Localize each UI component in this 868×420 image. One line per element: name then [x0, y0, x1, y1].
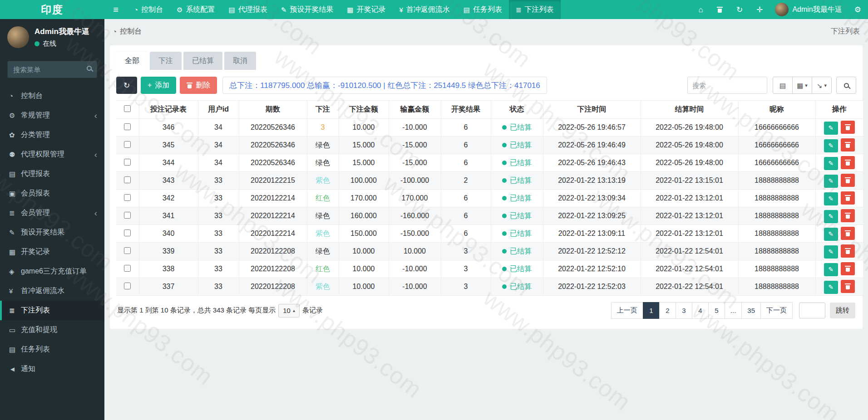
export-button[interactable]: ↘▾ — [812, 77, 832, 94]
search-button[interactable] — [836, 77, 856, 94]
sidebar-item[interactable]: ≣ 下注列表 — [0, 301, 104, 320]
row-checkbox[interactable] — [124, 123, 131, 130]
page-button[interactable]: 上一页 — [611, 302, 643, 319]
sidebar-item[interactable]: ▦ 开奖记录 — [0, 242, 104, 262]
nav-item[interactable]: ⚙ 系统配置 — [170, 0, 222, 19]
row-checkbox[interactable] — [124, 194, 131, 201]
row-checkbox[interactable] — [124, 283, 131, 289]
row-checkbox[interactable] — [124, 141, 131, 148]
sidebar-item[interactable]: ▭ 充值和提现 — [0, 320, 104, 340]
sidebar-item[interactable]: ✿ 分类管理 — [0, 125, 104, 145]
nav-item[interactable]: ▦ 开奖记录 — [340, 0, 392, 19]
tab[interactable]: 已结算 — [183, 52, 222, 70]
column-header[interactable]: 期数 — [239, 101, 307, 119]
edit-button[interactable]: ✎ — [824, 281, 838, 294]
sidebar-item[interactable]: ▤ 任务列表 — [0, 340, 104, 359]
column-header[interactable]: 结算时间 — [641, 101, 738, 119]
edit-button[interactable]: ✎ — [824, 192, 838, 205]
column-header[interactable]: 操作 — [815, 101, 863, 119]
nav-item[interactable]: ◔ 控制台 — [127, 0, 170, 19]
per-page-select[interactable]: 10 ▴ — [278, 304, 300, 317]
row-delete-button[interactable] — [841, 138, 855, 151]
row-delete-button[interactable] — [841, 174, 855, 187]
column-header[interactable]: 状态 — [491, 101, 543, 119]
fullscreen-button[interactable]: ✛ — [750, 0, 769, 19]
nav-item[interactable]: ≣ 下注列表 — [509, 0, 561, 19]
row-delete-button[interactable] — [841, 244, 855, 258]
edit-button[interactable]: ✎ — [824, 139, 838, 152]
page-button[interactable]: 35 — [741, 302, 761, 319]
edit-button[interactable]: ✎ — [824, 175, 838, 188]
refresh-button[interactable]: ↻ — [730, 0, 750, 19]
sidebar-item[interactable]: ¥ 首冲返佣流水 — [0, 281, 104, 301]
detail-view-button[interactable]: ▤ — [773, 77, 793, 94]
user-menu[interactable]: Admin我最牛逼 — [769, 0, 847, 19]
sidebar-item[interactable]: ◔ 控制台 — [0, 86, 104, 106]
column-header[interactable]: 昵称 — [738, 101, 815, 119]
page-button[interactable]: 3 — [676, 302, 692, 319]
column-header[interactable]: 下注金额 — [339, 101, 389, 119]
sidebar-item[interactable]: ◄ 通知 — [0, 359, 104, 379]
nav-item[interactable]: ▤ 任务列表 — [457, 0, 509, 19]
row-delete-button[interactable] — [841, 191, 855, 205]
select-all-checkbox[interactable] — [124, 105, 131, 112]
sidebar-item[interactable]: ◈ game6三方充值订单 — [0, 262, 104, 281]
home-button[interactable]: ⌂ — [692, 0, 710, 19]
nav-item[interactable]: ▤ 代理报表 — [222, 0, 274, 19]
add-button[interactable]: +添加 — [141, 77, 176, 94]
row-delete-button[interactable] — [841, 280, 855, 293]
row-delete-button[interactable] — [841, 262, 855, 275]
column-header[interactable]: 投注记录表 — [139, 101, 198, 119]
row-checkbox[interactable] — [124, 230, 131, 236]
row-checkbox[interactable] — [124, 247, 131, 254]
edit-button[interactable]: ✎ — [824, 157, 838, 170]
page-button[interactable]: 4 — [692, 302, 709, 319]
nav-item[interactable]: ✎ 预设开奖结果 — [274, 0, 340, 19]
page-button[interactable]: 5 — [708, 302, 725, 319]
edit-button[interactable]: ✎ — [824, 210, 838, 223]
row-delete-button[interactable] — [841, 227, 855, 240]
row-checkbox[interactable] — [124, 159, 131, 166]
page-button[interactable]: 2 — [659, 302, 676, 319]
sidebar-toggle-button[interactable]: ≡ — [104, 0, 127, 19]
edit-button[interactable]: ✎ — [824, 122, 838, 135]
edit-button[interactable]: ✎ — [824, 245, 838, 259]
column-header[interactable]: 下注 — [307, 101, 339, 119]
sidebar-search-input[interactable] — [7, 61, 97, 78]
sidebar-item[interactable]: ⚙ 常规管理 — [0, 106, 104, 125]
row-delete-button[interactable] — [841, 156, 855, 169]
column-header[interactable]: 下注时间 — [543, 101, 641, 119]
sidebar-item[interactable]: ✎ 预设开奖结果 — [0, 223, 104, 242]
breadcrumb[interactable]: ◔ 控制台 — [113, 27, 142, 36]
clear-trash-button[interactable] — [710, 0, 730, 19]
page-button[interactable]: 1 — [643, 302, 660, 319]
row-checkbox[interactable] — [124, 265, 131, 272]
sidebar-item[interactable]: ▤ 代理报表 — [0, 164, 104, 184]
delete-button[interactable]: 删除 — [180, 77, 217, 94]
column-header[interactable]: 开奖结果 — [441, 101, 491, 119]
sidebar-item[interactable]: ≣ 会员管理 — [0, 203, 104, 223]
edit-button[interactable]: ✎ — [824, 263, 838, 276]
edit-button[interactable]: ✎ — [824, 228, 838, 241]
refresh-table-button[interactable]: ↻ — [116, 77, 137, 94]
jump-page-input[interactable] — [799, 303, 825, 318]
page-button[interactable]: ... — [725, 302, 742, 319]
columns-button[interactable]: ▦▾ — [792, 77, 812, 94]
jump-button[interactable]: 跳转 — [830, 303, 855, 318]
row-delete-button[interactable] — [841, 209, 855, 222]
tab[interactable]: 取消 — [224, 52, 256, 70]
settings-button[interactable]: ⚙ — [848, 0, 868, 19]
row-checkbox[interactable] — [124, 212, 131, 219]
row-checkbox[interactable] — [124, 176, 131, 183]
brand-logo[interactable]: 印度 — [0, 0, 104, 19]
page-button[interactable]: 下一页 — [760, 302, 793, 319]
sidebar-item[interactable]: ▣ 会员报表 — [0, 184, 104, 203]
tab[interactable]: 下注 — [150, 52, 182, 70]
tab[interactable]: 全部 — [116, 52, 148, 70]
nav-item[interactable]: ¥ 首冲返佣流水 — [392, 0, 456, 19]
column-header[interactable]: 用户id — [198, 101, 239, 119]
column-header[interactable]: 输赢金额 — [389, 101, 441, 119]
table-search-input[interactable] — [687, 77, 767, 94]
sidebar-item[interactable]: ⚉ 代理权限管理 — [0, 145, 104, 164]
row-delete-button[interactable] — [841, 121, 855, 134]
